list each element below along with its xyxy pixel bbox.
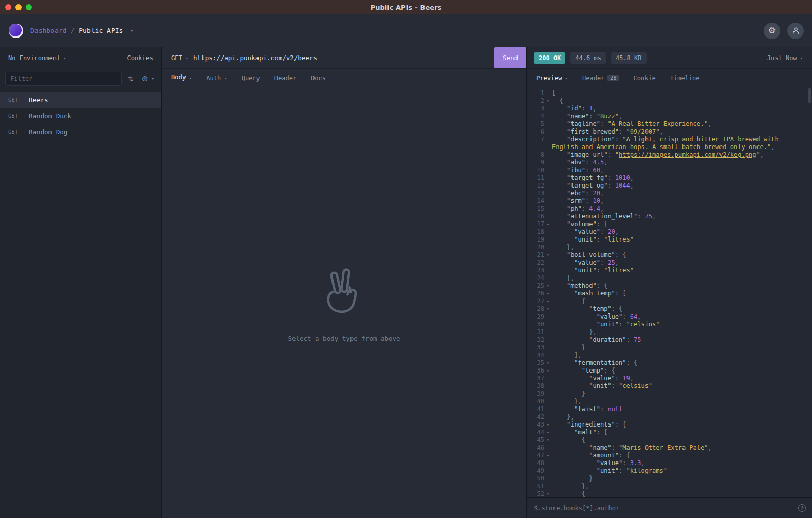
response-history-dropdown[interactable]: Just Now ▾ — [767, 54, 805, 62]
fold-caret-icon[interactable]: ▾ — [544, 367, 552, 375]
sort-requests-button[interactable]: ⇅ — [126, 74, 136, 84]
tab-cookie[interactable]: Cookie — [626, 69, 662, 87]
code-line: 1[ — [530, 89, 812, 97]
fold-gutter — [544, 120, 552, 128]
fold-gutter — [544, 375, 552, 382]
insomnia-logo-icon[interactable] — [8, 23, 24, 39]
fold-gutter — [544, 105, 552, 113]
settings-button[interactable]: ⚙ — [764, 23, 780, 39]
breadcrumb: Dashboard / Public APIs ▾ — [30, 27, 133, 34]
tab-header[interactable]: Header — [267, 69, 304, 87]
request-item-random-duck[interactable]: GETRandom Duck — [0, 108, 161, 124]
workspace-menu-caret-icon[interactable]: ▾ — [130, 28, 133, 33]
code-text: "method": { — [552, 282, 812, 290]
fold-caret-icon[interactable]: ▾ — [544, 490, 552, 497]
code-line: 40 }, — [530, 398, 812, 405]
code-line: 31 }, — [530, 328, 812, 336]
account-button[interactable] — [787, 23, 804, 39]
fold-caret-icon[interactable]: ▾ — [544, 251, 552, 259]
app-header: Dashboard / Public APIs ▾ ⚙ — [0, 14, 812, 47]
fold-caret-icon[interactable]: ▾ — [544, 97, 552, 105]
body-empty-state: Select a body type from above — [162, 87, 526, 518]
fold-gutter — [544, 467, 552, 475]
line-number: 42 — [530, 413, 544, 421]
add-request-button[interactable]: ⊕ ▾ — [140, 73, 156, 84]
tab-docs[interactable]: Docs — [304, 69, 333, 87]
tab-body[interactable]: Body▾ — [164, 69, 199, 87]
tab-preview[interactable]: Preview▾ — [529, 69, 575, 87]
tab-header[interactable]: Header28 — [575, 69, 626, 87]
send-button[interactable]: Send — [494, 47, 526, 68]
tab-query[interactable]: Query — [234, 69, 267, 87]
code-text: "ibu": 60, — [552, 166, 812, 174]
line-number: 14 — [530, 197, 544, 205]
code-line: 34 ], — [530, 351, 812, 359]
code-text: "value": 20, — [552, 228, 812, 236]
cookies-button[interactable]: Cookies — [127, 54, 153, 62]
response-filter-input[interactable] — [534, 505, 798, 512]
header-actions: ⚙ — [764, 23, 804, 39]
code-line: 41 "twist": null — [530, 405, 812, 413]
line-number: 46 — [530, 444, 544, 452]
code-text: "malt": [ — [552, 429, 812, 436]
line-number: 1 — [530, 89, 544, 97]
fold-caret-icon[interactable]: ▾ — [544, 452, 552, 459]
window-titlebar: Public APIs – Beers — [0, 0, 812, 14]
fold-gutter — [544, 128, 552, 136]
fold-caret-icon[interactable]: ▾ — [544, 421, 552, 429]
fold-caret-icon[interactable]: ▾ — [544, 290, 552, 298]
code-line: 47▾ "amount": { — [530, 452, 812, 459]
fold-gutter — [544, 151, 552, 159]
fullscreen-window-button[interactable] — [26, 4, 32, 10]
line-number: 11 — [530, 174, 544, 182]
fold-caret-icon[interactable]: ▾ — [544, 359, 552, 367]
chevron-down-icon: ▾ — [186, 55, 188, 61]
breadcrumb-dashboard-link[interactable]: Dashboard — [30, 27, 66, 34]
url-bar: GET ▾ https://api.punkapi.com/v2/beers S… — [162, 47, 526, 69]
code-line: 35▾ "fermentation": { — [530, 359, 812, 367]
url-input[interactable]: https://api.punkapi.com/v2/beers — [193, 54, 494, 62]
fold-caret-icon[interactable]: ▾ — [544, 429, 552, 436]
tab-timeline[interactable]: Timeline — [663, 69, 707, 87]
code-text: "temp": { — [552, 305, 812, 313]
gear-icon: ⚙ — [768, 26, 776, 35]
line-number: 48 — [530, 459, 544, 467]
fold-gutter — [544, 190, 552, 197]
fold-caret-icon[interactable]: ▾ — [544, 305, 552, 313]
code-text: "unit": "litres" — [552, 267, 812, 274]
response-filter-bar: ? — [527, 497, 812, 518]
request-item-random-dog[interactable]: GETRandom Dog — [0, 124, 161, 140]
fold-caret-icon[interactable]: ▾ — [544, 298, 552, 305]
response-time-badge: 44.6 ms — [570, 52, 606, 64]
sidebar-filter-input[interactable] — [5, 72, 122, 86]
request-item-beers[interactable]: GETBeers — [0, 92, 161, 108]
code-line: 17▾ "volume": { — [530, 220, 812, 228]
close-window-button[interactable] — [5, 4, 11, 10]
scrollbar-thumb[interactable] — [808, 88, 811, 103]
fold-caret-icon[interactable]: ▾ — [544, 436, 552, 444]
minimize-window-button[interactable] — [15, 4, 22, 10]
code-line: 26▾ "mash_temp": [ — [530, 290, 812, 298]
fold-caret-icon[interactable]: ▾ — [544, 282, 552, 290]
line-number: 38 — [530, 382, 544, 390]
code-text: "temp": { — [552, 367, 812, 375]
fold-gutter — [544, 274, 552, 282]
line-number: 34 — [530, 351, 544, 359]
tab-auth[interactable]: Auth▾ — [199, 69, 234, 87]
tab-label: Preview — [536, 75, 562, 82]
fold-gutter — [544, 228, 552, 236]
fold-caret-icon[interactable]: ▾ — [544, 220, 552, 228]
request-name-label: Beers — [29, 96, 48, 104]
method-selector[interactable]: GET ▾ — [162, 54, 193, 62]
code-text: }, — [552, 398, 812, 405]
environment-selector[interactable]: No Environment ▾ — [8, 54, 66, 62]
line-number: 44 — [530, 429, 544, 436]
code-line: 23 "unit": "litres" — [530, 267, 812, 274]
help-icon[interactable]: ? — [798, 504, 806, 512]
tab-label: Timeline — [670, 75, 700, 82]
code-text: "ph": 4.4, — [552, 205, 812, 213]
sidebar-filter-row: ⇅ ⊕ ▾ — [0, 69, 161, 88]
main-layout: No Environment ▾ Cookies ⇅ ⊕ ▾ GETBeersG… — [0, 47, 812, 518]
line-number: 5 — [530, 120, 544, 128]
line-number: 37 — [530, 375, 544, 382]
